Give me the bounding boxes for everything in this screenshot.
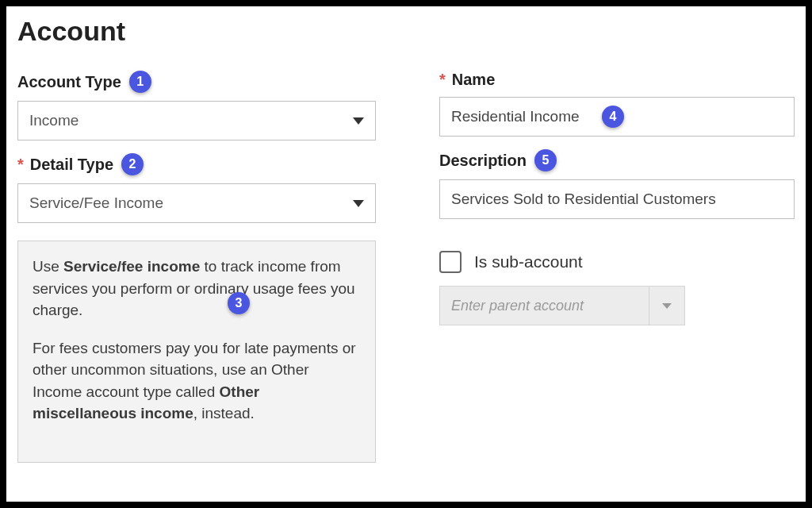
detail-type-label-text: Detail Type — [30, 156, 113, 174]
detail-type-select[interactable]: Service/Fee Income — [17, 183, 376, 223]
required-asterisk: * — [439, 71, 446, 89]
account-type-label: Account Type 1 — [17, 71, 376, 93]
chevron-down-icon — [662, 303, 672, 309]
description-label: Description 5 — [439, 149, 795, 171]
parent-account-select[interactable]: Enter parent account — [439, 286, 685, 325]
detail-type-label: * Detail Type 2 — [17, 153, 376, 175]
page-title: Account — [17, 16, 795, 47]
detail-type-help-panel: Use Service/fee income to track income f… — [17, 241, 376, 463]
name-label: * Name — [439, 71, 795, 89]
name-value: Residential Income — [451, 108, 580, 125]
account-type-label-text: Account Type — [17, 73, 121, 91]
annotation-badge-3: 3 — [228, 292, 250, 314]
help-text: Use — [33, 258, 63, 275]
sub-account-checkbox[interactable] — [439, 251, 462, 273]
description-value: Services Sold to Residential Customers — [451, 190, 716, 208]
help-text: , instead. — [193, 405, 255, 421]
description-label-text: Description — [439, 152, 527, 170]
annotation-badge-2: 2 — [121, 153, 144, 175]
chevron-down-icon — [353, 117, 364, 125]
name-input[interactable]: Residential Income 4 — [439, 97, 795, 137]
parent-account-arrow[interactable] — [649, 286, 685, 325]
annotation-badge-5: 5 — [534, 149, 557, 171]
account-type-value: Income — [29, 112, 79, 129]
name-label-text: Name — [452, 71, 495, 89]
help-text-bold: Service/fee income — [63, 258, 200, 275]
parent-account-placeholder: Enter parent account — [451, 298, 584, 314]
chevron-down-icon — [353, 200, 364, 207]
required-asterisk: * — [17, 156, 24, 174]
annotation-badge-1: 1 — [129, 71, 151, 93]
detail-type-value: Service/Fee Income — [29, 194, 163, 212]
description-input[interactable]: Services Sold to Residential Customers — [439, 179, 795, 219]
account-type-select[interactable]: Income — [17, 101, 376, 140]
help-text: For fees customers pay you for late paym… — [33, 340, 356, 400]
sub-account-label: Is sub-account — [474, 252, 583, 271]
annotation-badge-4: 4 — [602, 106, 624, 128]
